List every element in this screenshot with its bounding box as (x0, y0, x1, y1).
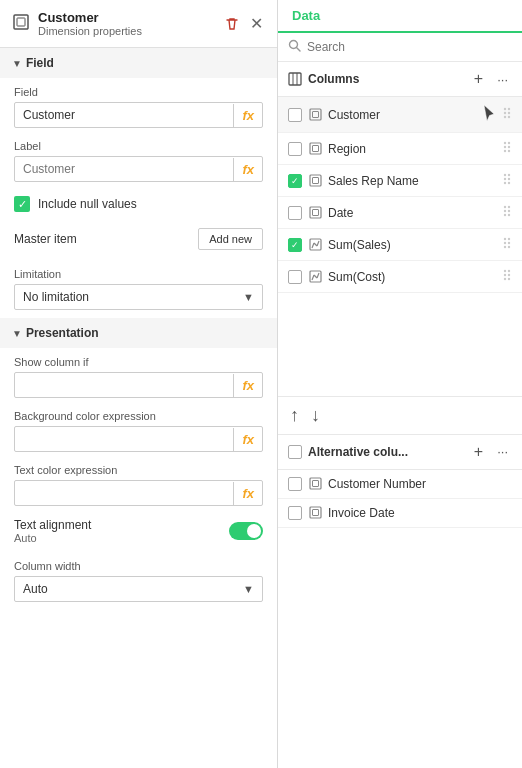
presentation-section-header[interactable]: ▼ Presentation (0, 318, 277, 348)
alt-column-checkbox[interactable] (288, 477, 302, 491)
column-name: Sales Rep Name (328, 174, 496, 188)
drag-handle-icon[interactable] (502, 172, 512, 189)
svg-point-58 (508, 278, 510, 280)
column-item: Sales Rep Name (278, 165, 522, 197)
label-input[interactable] (15, 157, 233, 181)
close-button[interactable]: ✕ (248, 12, 265, 35)
alt-column-list: Customer Number Invoice Date (278, 470, 522, 769)
text-color-input[interactable] (15, 481, 233, 505)
label-fx-button[interactable]: fx (233, 158, 262, 181)
drag-handle-icon[interactable] (502, 236, 512, 253)
column-list: Customer Region Sales Rep Name Date (278, 97, 522, 396)
data-tab[interactable]: Data (292, 8, 320, 23)
include-null-checkbox[interactable]: ✓ (14, 196, 30, 212)
field-section-header[interactable]: ▼ Field (0, 48, 277, 78)
svg-point-33 (504, 206, 506, 208)
limitation-select-wrapper: No limitation ▼ (14, 284, 263, 310)
text-alignment-row: Text alignment Auto (0, 510, 277, 552)
move-down-button[interactable]: ↓ (309, 403, 322, 428)
bg-color-row: Background color expression fx (0, 402, 277, 456)
dimension-type-icon (308, 174, 322, 188)
bg-color-input[interactable] (15, 427, 233, 451)
svg-rect-32 (312, 210, 318, 216)
svg-point-28 (508, 178, 510, 180)
columns-add-button[interactable]: + (470, 70, 487, 88)
column-checkbox[interactable] (288, 206, 302, 220)
drag-handle-icon[interactable] (502, 204, 512, 221)
columns-header: Columns + ··· (278, 62, 522, 97)
svg-point-48 (508, 246, 510, 248)
limitation-select[interactable]: No limitation (15, 285, 235, 309)
drag-handle-icon[interactable] (502, 268, 512, 285)
svg-point-26 (508, 174, 510, 176)
measure-type-icon (308, 238, 322, 252)
column-width-select-wrapper: Auto ▼ (14, 576, 263, 602)
alt-columns-checkbox[interactable] (288, 445, 302, 459)
field-input[interactable] (15, 103, 233, 127)
column-width-row: Column width Auto ▼ (0, 552, 277, 606)
alt-columns-more-button[interactable]: ··· (493, 444, 512, 459)
column-checkbox[interactable] (288, 174, 302, 188)
column-checkbox[interactable] (288, 108, 302, 122)
svg-rect-0 (14, 15, 28, 29)
text-color-fx-button[interactable]: fx (233, 482, 262, 505)
svg-point-21 (504, 150, 506, 152)
svg-rect-62 (312, 510, 318, 516)
panel-header: Customer Dimension properties ✕ (0, 0, 277, 48)
limitation-row: Limitation No limitation ▼ (0, 260, 277, 314)
svg-line-3 (297, 48, 301, 52)
show-column-fx-button[interactable]: fx (233, 374, 262, 397)
master-item-label: Master item (14, 232, 77, 246)
alt-column-checkbox[interactable] (288, 506, 302, 520)
bg-color-fx-button[interactable]: fx (233, 428, 262, 451)
svg-point-29 (504, 182, 506, 184)
column-checkbox[interactable] (288, 238, 302, 252)
right-panel: Data Columns + ··· Customer (278, 0, 522, 768)
columns-more-button[interactable]: ··· (493, 72, 512, 87)
field-label: Field (14, 86, 263, 98)
svg-point-56 (508, 274, 510, 276)
panel-subtitle: Dimension properties (38, 25, 214, 37)
field-row: Field fx (0, 78, 277, 132)
svg-point-53 (504, 270, 506, 272)
svg-point-19 (504, 146, 506, 148)
svg-point-36 (508, 210, 510, 212)
drag-handle-icon[interactable] (502, 140, 512, 157)
show-column-input[interactable] (15, 373, 233, 397)
text-color-row: Text color expression fx (0, 456, 277, 510)
drag-handle-icon[interactable] (502, 106, 512, 123)
alt-columns-header: Alternative colu... + ··· (278, 435, 522, 470)
text-alignment-toggle[interactable] (229, 522, 263, 540)
add-new-button[interactable]: Add new (198, 228, 263, 250)
text-color-label: Text color expression (14, 464, 263, 476)
dimension-icon (12, 13, 30, 35)
search-input[interactable] (307, 40, 512, 54)
alt-column-name: Customer Number (328, 477, 512, 491)
column-item: Customer (278, 97, 522, 133)
column-checkbox[interactable] (288, 270, 302, 284)
column-width-select[interactable]: Auto (15, 577, 235, 601)
svg-rect-59 (310, 478, 321, 489)
column-name: Customer (328, 108, 476, 122)
alt-column-name: Invoice Date (328, 506, 512, 520)
svg-rect-31 (310, 207, 321, 218)
alt-columns-add-button[interactable]: + (470, 443, 487, 461)
svg-point-54 (508, 270, 510, 272)
column-checkbox[interactable] (288, 142, 302, 156)
svg-point-25 (504, 174, 506, 176)
svg-line-52 (317, 273, 319, 278)
column-name: Sum(Sales) (328, 238, 496, 252)
field-fx-button[interactable]: fx (233, 104, 262, 127)
text-alignment-label: Text alignment (14, 518, 91, 532)
column-width-label: Column width (14, 560, 263, 572)
delete-button[interactable] (222, 14, 242, 34)
text-alignment-value: Auto (14, 532, 91, 544)
column-item: Sum(Sales) (278, 229, 522, 261)
column-name: Date (328, 206, 496, 220)
svg-point-30 (508, 182, 510, 184)
limitation-chevron-icon: ▼ (235, 291, 262, 303)
svg-line-40 (312, 243, 314, 248)
move-up-button[interactable]: ↑ (288, 403, 301, 428)
svg-point-10 (508, 108, 510, 110)
svg-point-27 (504, 178, 506, 180)
